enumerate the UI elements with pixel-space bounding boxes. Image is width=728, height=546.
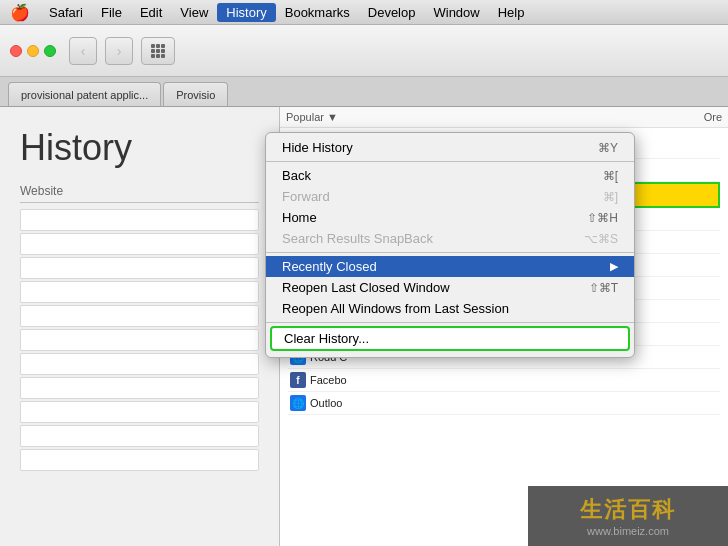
menu-item-reopen-all-label: Reopen All Windows from Last Session [282,301,509,316]
menu-bar: 🍎 Safari File Edit View History Bookmark… [0,0,728,25]
grid-icon [151,44,165,58]
menu-item-home[interactable]: Home ⇧⌘H [266,207,634,228]
menu-item-hide-history-label: Hide History [282,140,353,155]
forward-button[interactable]: › [105,37,133,65]
close-button[interactable] [10,45,22,57]
menu-item-back[interactable]: Back ⌘[ [266,165,634,186]
maximize-button[interactable] [44,45,56,57]
menu-item-reopen-last[interactable]: Reopen Last Closed Window ⇧⌘T [266,277,634,298]
history-title: History [20,127,259,169]
back-button[interactable]: ‹ [69,37,97,65]
history-row[interactable] [20,209,259,231]
watermark-url: www.bimeiz.com [587,525,669,537]
browser-row-outlook[interactable]: 🌐 Outloo [288,392,720,415]
history-row[interactable] [20,233,259,255]
menu-item-reopen-all[interactable]: Reopen All Windows from Last Session [266,298,634,319]
submenu-arrow-icon: ▶ [610,260,618,273]
toolbar: ‹ › [0,25,728,77]
menu-item-hide-history[interactable]: Hide History ⌘Y [266,137,634,158]
browser-header: Popular ▼ Ore [280,107,728,128]
menu-item-forward-label: Forward [282,189,330,204]
watermark-text-chinese: 生活百科 [580,495,676,525]
window-menu-item[interactable]: Window [424,3,488,22]
menu-item-hide-history-shortcut: ⌘Y [598,141,618,155]
tab-1[interactable]: provisional patent applic... [8,82,161,106]
row-text-outlook: Outloo [310,397,342,409]
view-menu-item[interactable]: View [171,3,217,22]
help-menu-item[interactable]: Help [489,3,534,22]
site-icon-outlook: 🌐 [290,395,306,411]
tab-2[interactable]: Provisio [163,82,228,106]
dropdown-menu: Hide History ⌘Y Back ⌘[ Forward ⌘] Home … [265,132,635,358]
menu-item-snapback-shortcut: ⌥⌘S [584,232,618,246]
history-row[interactable] [20,257,259,279]
history-column-header: Website [20,184,259,203]
browser-row-fb-2[interactable]: f Facebo [288,369,720,392]
row-text-fb-2: Facebo [310,374,347,386]
menu-separator-1 [266,161,634,162]
history-panel: History Website [0,107,280,546]
history-row[interactable] [20,353,259,375]
history-menu-item[interactable]: History [217,3,275,22]
menu-item-home-shortcut: ⇧⌘H [587,211,618,225]
sidebar-button[interactable] [141,37,175,65]
menu-item-back-label: Back [282,168,311,183]
order-label: Ore [704,111,722,123]
history-dropdown: Hide History ⌘Y Back ⌘[ Forward ⌘] Home … [265,132,635,358]
history-row[interactable] [20,425,259,447]
history-rows [20,209,259,471]
menu-item-snapback[interactable]: Search Results SnapBack ⌥⌘S [266,228,634,249]
menu-separator-3 [266,322,634,323]
history-row[interactable] [20,281,259,303]
history-row[interactable] [20,377,259,399]
content-area: History Website Popular ▼ Ore C Search [0,107,728,546]
menu-item-recently-closed-label: Recently Closed [282,259,377,274]
site-icon-fb-2: f [290,372,306,388]
menu-item-forward[interactable]: Forward ⌘] [266,186,634,207]
file-menu-item[interactable]: File [92,3,131,22]
history-row[interactable] [20,449,259,471]
menu-item-reopen-last-label: Reopen Last Closed Window [282,280,450,295]
traffic-lights [10,45,56,57]
tab-bar: provisional patent applic... Provisio [0,77,728,107]
menu-separator-2 [266,252,634,253]
history-row[interactable] [20,401,259,423]
menu-item-snapback-label: Search Results SnapBack [282,231,433,246]
popular-label: Popular ▼ [286,111,338,123]
develop-menu-item[interactable]: Develop [359,3,425,22]
menu-item-home-label: Home [282,210,317,225]
menu-item-recently-closed[interactable]: Recently Closed ▶ [266,256,634,277]
bookmarks-menu-item[interactable]: Bookmarks [276,3,359,22]
watermark: 生活百科 www.bimeiz.com [528,486,728,546]
menu-item-clear-history[interactable]: Clear History... [270,326,630,351]
minimize-button[interactable] [27,45,39,57]
menu-item-back-shortcut: ⌘[ [603,169,618,183]
edit-menu-item[interactable]: Edit [131,3,171,22]
history-row[interactable] [20,329,259,351]
menu-item-forward-shortcut: ⌘] [603,190,618,204]
apple-menu-item[interactable]: 🍎 [0,3,40,22]
safari-menu-item[interactable]: Safari [40,3,92,22]
history-row[interactable] [20,305,259,327]
menu-item-reopen-last-shortcut: ⇧⌘T [589,281,618,295]
menu-item-clear-history-label: Clear History... [284,331,369,346]
